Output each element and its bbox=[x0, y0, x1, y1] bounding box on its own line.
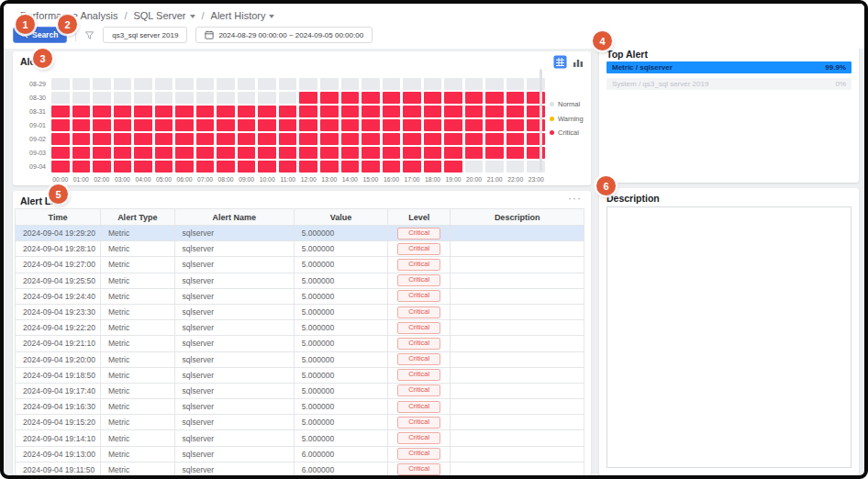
heatmap-cell[interactable] bbox=[341, 133, 360, 145]
heatmap-cell[interactable] bbox=[114, 78, 132, 90]
heatmap-cell[interactable] bbox=[444, 161, 462, 173]
heatmap-cell[interactable] bbox=[527, 119, 545, 131]
heatmap-cell[interactable] bbox=[175, 78, 194, 90]
heatmap-cell[interactable] bbox=[506, 147, 525, 159]
table-row[interactable]: 2024-09-04 19:22:20Metricsqlserver5.0000… bbox=[16, 320, 584, 336]
heatmap-cell[interactable] bbox=[196, 92, 215, 104]
heatmap-cell[interactable] bbox=[444, 78, 462, 90]
heatmap-cell[interactable] bbox=[403, 161, 421, 173]
heatmap-cell[interactable] bbox=[465, 161, 484, 173]
heatmap-cell[interactable] bbox=[175, 133, 194, 145]
table-row[interactable]: 2024-09-04 19:25:50Metricsqlserver5.0000… bbox=[16, 273, 584, 288]
heatmap-cell[interactable] bbox=[341, 106, 360, 117]
heatmap-cell[interactable] bbox=[362, 133, 380, 145]
heatmap-cell[interactable] bbox=[72, 119, 91, 131]
table-row[interactable]: 2024-09-04 19:21:10Metricsqlserver5.0000… bbox=[16, 336, 584, 351]
table-row[interactable]: 2024-09-04 19:20:00Metricsqlserver5.0000… bbox=[16, 351, 584, 367]
heatmap-cell[interactable] bbox=[93, 106, 111, 117]
heatmap-cell[interactable] bbox=[196, 119, 215, 131]
heatmap-cell[interactable] bbox=[175, 119, 194, 131]
heatmap-cell[interactable] bbox=[155, 78, 173, 90]
server-select[interactable]: qs3_sql server 2019 bbox=[103, 27, 187, 43]
heatmap-cell[interactable] bbox=[383, 119, 401, 131]
heatmap-cell[interactable] bbox=[238, 78, 256, 90]
heatmap-cell[interactable] bbox=[258, 106, 276, 117]
heatmap-cell[interactable] bbox=[134, 147, 152, 159]
heatmap-cell[interactable] bbox=[258, 147, 276, 159]
heatmap-cell[interactable] bbox=[485, 106, 504, 117]
heatmap-cell[interactable] bbox=[134, 78, 152, 90]
heatmap-cell[interactable] bbox=[485, 119, 504, 131]
heatmap-cell[interactable] bbox=[51, 147, 70, 159]
heatmap-cell[interactable] bbox=[93, 119, 111, 131]
table-row[interactable]: 2024-09-04 19:18:50Metricsqlserver5.0000… bbox=[16, 367, 584, 383]
date-range-picker[interactable]: 2024-08-29 00:00:00 ~ 2024-09-05 00:00:0… bbox=[195, 27, 373, 43]
heatmap-cell[interactable] bbox=[217, 133, 235, 145]
heatmap-cell[interactable] bbox=[320, 78, 339, 90]
column-header-alert-type[interactable]: Alert Type bbox=[101, 209, 175, 226]
heatmap-cell[interactable] bbox=[175, 92, 194, 104]
heatmap-cell[interactable] bbox=[341, 78, 360, 90]
heatmap-cell[interactable] bbox=[341, 161, 360, 173]
heatmap-cell[interactable] bbox=[362, 92, 380, 104]
heatmap-cell[interactable] bbox=[444, 119, 462, 131]
heatmap-cell[interactable] bbox=[217, 92, 235, 104]
heatmap-cell[interactable] bbox=[93, 92, 111, 104]
heatmap-cell[interactable] bbox=[424, 78, 442, 90]
heatmap-cell[interactable] bbox=[383, 147, 401, 159]
heatmap-cell[interactable] bbox=[258, 119, 276, 131]
heatmap-cell[interactable] bbox=[506, 161, 525, 173]
heatmap-cell[interactable] bbox=[217, 78, 235, 90]
heatmap-cell[interactable] bbox=[51, 133, 70, 145]
heatmap-cell[interactable] bbox=[527, 147, 545, 159]
heatmap-cell[interactable] bbox=[527, 106, 545, 117]
table-row[interactable]: 2024-09-04 19:28:10Metricsqlserver5.0000… bbox=[16, 241, 584, 257]
heatmap-cell[interactable] bbox=[383, 78, 401, 90]
heatmap-cell[interactable] bbox=[320, 161, 339, 173]
table-row[interactable]: 2024-09-04 19:17:40Metricsqlserver5.0000… bbox=[16, 383, 584, 398]
heatmap-cell[interactable] bbox=[341, 92, 360, 104]
heatmap-cell[interactable] bbox=[114, 161, 132, 173]
heatmap-cell[interactable] bbox=[424, 119, 442, 131]
heatmap-cell[interactable] bbox=[279, 78, 297, 90]
heatmap-cell[interactable] bbox=[424, 161, 442, 173]
heatmap-cell[interactable] bbox=[485, 147, 504, 159]
heatmap-cell[interactable] bbox=[279, 147, 297, 159]
heatmap-cell[interactable] bbox=[72, 147, 91, 159]
heatmap-cell[interactable] bbox=[506, 106, 525, 117]
heatmap-cell[interactable] bbox=[506, 119, 525, 131]
column-header-value[interactable]: Value bbox=[294, 209, 387, 226]
heatmap-cell[interactable] bbox=[320, 133, 339, 145]
table-view-icon[interactable] bbox=[553, 55, 567, 69]
heatmap-cell[interactable] bbox=[196, 78, 215, 90]
heatmap-cell[interactable] bbox=[506, 78, 525, 90]
heatmap-cell[interactable] bbox=[320, 119, 339, 131]
heatmap-cell[interactable] bbox=[444, 92, 462, 104]
heatmap-cell[interactable] bbox=[383, 133, 401, 145]
legend-item-normal[interactable]: Normal bbox=[550, 100, 584, 108]
heatmap-cell[interactable] bbox=[299, 106, 317, 117]
table-row[interactable]: 2024-09-04 19:27:00Metricsqlserver5.0000… bbox=[16, 257, 584, 273]
more-options-icon[interactable]: ··· bbox=[568, 192, 582, 205]
top-alert-row[interactable]: Metric / sqlserver99.9% bbox=[606, 61, 851, 73]
heatmap-cell[interactable] bbox=[506, 92, 525, 104]
heatmap-cell[interactable] bbox=[299, 147, 317, 159]
heatmap-cell[interactable] bbox=[299, 133, 317, 145]
heatmap-cell[interactable] bbox=[238, 133, 256, 145]
heatmap-cell[interactable] bbox=[383, 106, 401, 117]
heatmap-cell[interactable] bbox=[485, 161, 504, 173]
heatmap-cell[interactable] bbox=[51, 161, 70, 173]
heatmap-cell[interactable] bbox=[320, 92, 339, 104]
heatmap-cell[interactable] bbox=[72, 106, 91, 117]
heatmap-cell[interactable] bbox=[51, 92, 70, 104]
column-header-time[interactable]: Time bbox=[16, 209, 101, 226]
breadcrumb-sql-server[interactable]: SQL Server bbox=[133, 10, 195, 21]
heatmap-cell[interactable] bbox=[51, 119, 70, 131]
heatmap-cell[interactable] bbox=[175, 147, 194, 159]
heatmap-cell[interactable] bbox=[299, 119, 317, 131]
bar-chart-view-icon[interactable] bbox=[573, 57, 584, 68]
heatmap-cell[interactable] bbox=[279, 119, 297, 131]
heatmap-cell[interactable] bbox=[134, 133, 152, 145]
heatmap-cell[interactable] bbox=[114, 92, 132, 104]
heatmap-cell[interactable] bbox=[341, 147, 360, 159]
